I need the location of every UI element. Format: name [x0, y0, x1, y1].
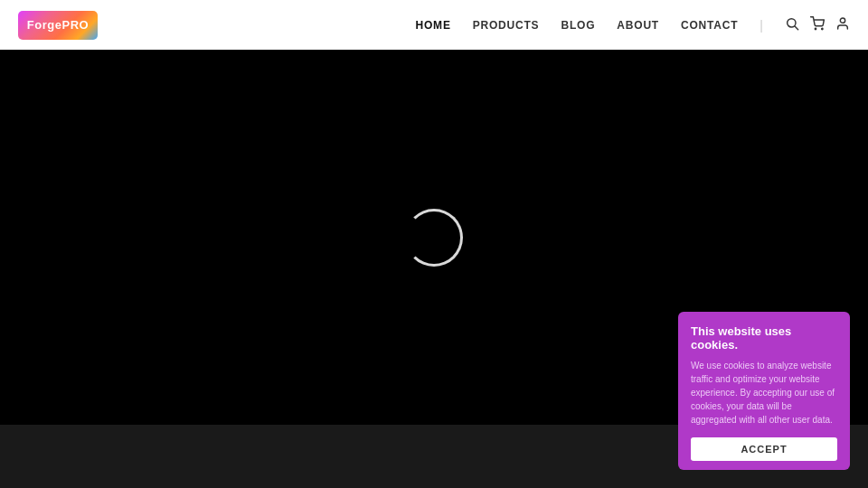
logo-wrapper[interactable]: ForgePRO — [18, 11, 98, 40]
nav-link-home[interactable]: HOME — [415, 19, 450, 32]
nav-links: HOME PRODUCTS BLOG ABOUT CONTACT | — [415, 16, 850, 34]
cookie-body: We use cookies to analyze website traffi… — [691, 359, 837, 427]
search-icon[interactable] — [785, 16, 799, 34]
nav-divider: | — [760, 18, 763, 33]
logo-box[interactable]: ForgePRO — [18, 11, 98, 40]
nav-link-blog[interactable]: BLOG — [561, 19, 595, 32]
svg-point-3 — [822, 28, 823, 29]
cart-icon[interactable] — [810, 16, 825, 34]
logo-text: ForgePRO — [27, 18, 89, 32]
nav-icons — [785, 16, 850, 34]
svg-point-2 — [815, 28, 816, 29]
cookie-title: This website uses cookies. — [691, 324, 837, 352]
cookie-accept-button[interactable]: ACCEPT — [691, 437, 837, 461]
svg-line-1 — [795, 26, 798, 30]
nav-link-products[interactable]: PRODUCTS — [473, 19, 540, 32]
nav-link-contact[interactable]: CONTACT — [681, 19, 738, 32]
nav-link-about[interactable]: ABOUT — [617, 19, 659, 32]
cookie-banner: This website uses cookies. We use cookie… — [678, 312, 850, 470]
svg-point-4 — [840, 18, 844, 23]
navbar: ForgePRO HOME PRODUCTS BLOG ABOUT CONTAC… — [0, 0, 868, 50]
user-icon[interactable] — [835, 16, 850, 34]
loading-spinner — [405, 209, 463, 267]
